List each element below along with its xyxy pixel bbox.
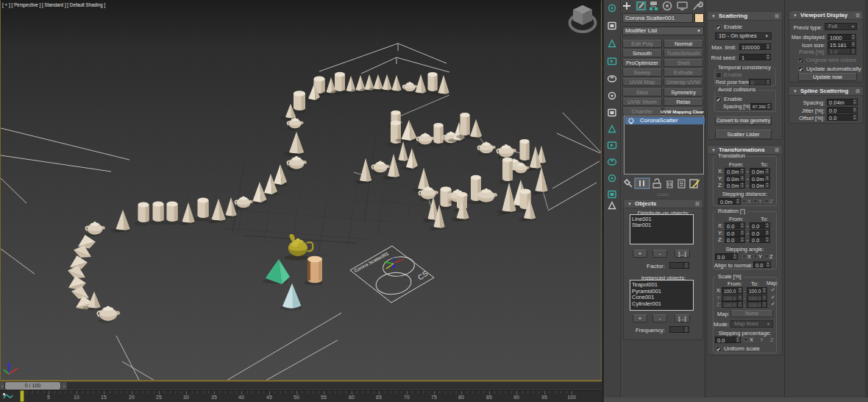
svg-text:CS: CS <box>416 269 430 281</box>
svg-text:[ + ] [ Perspective ] [ Standa: [ + ] [ Perspective ] [ Standard ] [ Def… <box>2 2 105 8</box>
